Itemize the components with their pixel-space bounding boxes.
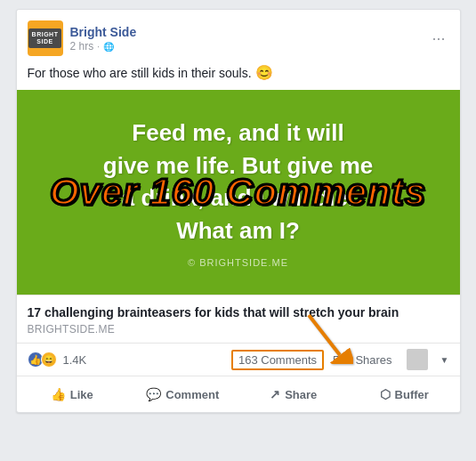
link-title: 17 challenging brainteasers for kids tha…	[28, 304, 449, 320]
reaction-icons: 👍 😄	[28, 352, 54, 368]
svg-line-1	[309, 315, 340, 355]
reactions-bar: 👍 😄 1.4K 163 Comments 514 Shares ▼	[17, 343, 460, 376]
post-time: 2 hrs	[70, 40, 94, 53]
post-caption: For those who are still kids in their so…	[28, 66, 252, 80]
buffer-label: Buffer	[395, 388, 429, 401]
meta-dot: ·	[97, 42, 100, 52]
overlay-banner: Over 160 Comments	[50, 171, 426, 214]
riddle-image: Feed me, and it will give me life. But g…	[17, 90, 460, 295]
more-options-button[interactable]: ···	[428, 26, 448, 52]
share-action-icon: ↗	[270, 387, 280, 401]
haha-icon: 😄	[41, 352, 57, 368]
copyright-text: © BRIGHTSIDE.ME	[35, 257, 442, 268]
dropdown-arrow-icon[interactable]: ▼	[440, 355, 449, 365]
friend-avatar	[407, 349, 428, 370]
action-bar: 👍 Like 💬 Comment ↗ Share ⬡ Buffer	[17, 376, 460, 412]
link-domain: BRIGHTSIDE.ME	[28, 323, 449, 336]
facebook-post-card: BRIGHT SIDE Bright Side 2 hrs · 🌐 ··· Fo…	[16, 9, 461, 413]
share-button[interactable]: ↗ Share	[238, 380, 350, 408]
page-name[interactable]: Bright Side	[70, 24, 429, 40]
comment-button[interactable]: 💬 Comment	[127, 380, 238, 408]
like-label: Like	[70, 388, 93, 401]
arrow-svg	[300, 311, 353, 364]
post-meta: 2 hrs · 🌐	[70, 40, 429, 53]
logo-text-side: SIDE	[32, 38, 59, 45]
post-emoji: 😊	[255, 65, 273, 80]
arrow-annotation	[300, 311, 353, 367]
share-label: Share	[285, 388, 317, 401]
page-logo: BRIGHT SIDE	[28, 20, 63, 56]
header-info: Bright Side 2 hrs · 🌐	[70, 24, 429, 53]
overlay-text: Over 160 Comments	[50, 171, 426, 213]
logo-text-bright: BRIGHT	[32, 31, 59, 38]
like-action-icon: 👍	[51, 387, 66, 401]
post-image-wrapper: Feed me, and it will give me life. But g…	[17, 90, 460, 412]
comment-action-icon: 💬	[146, 387, 161, 401]
link-preview[interactable]: 17 challenging brainteasers for kids tha…	[17, 295, 460, 343]
like-button[interactable]: 👍 Like	[17, 380, 128, 408]
buffer-action-icon: ⬡	[380, 387, 391, 401]
buffer-button[interactable]: ⬡ Buffer	[349, 380, 460, 408]
post-header: BRIGHT SIDE Bright Side 2 hrs · 🌐 ···	[17, 10, 460, 63]
reactions-left: 👍 😄 1.4K	[28, 352, 87, 368]
comment-label: Comment	[165, 388, 219, 401]
reaction-count: 1.4K	[63, 353, 87, 367]
post-text: For those who are still kids in their so…	[17, 63, 460, 90]
globe-icon: 🌐	[103, 42, 114, 52]
